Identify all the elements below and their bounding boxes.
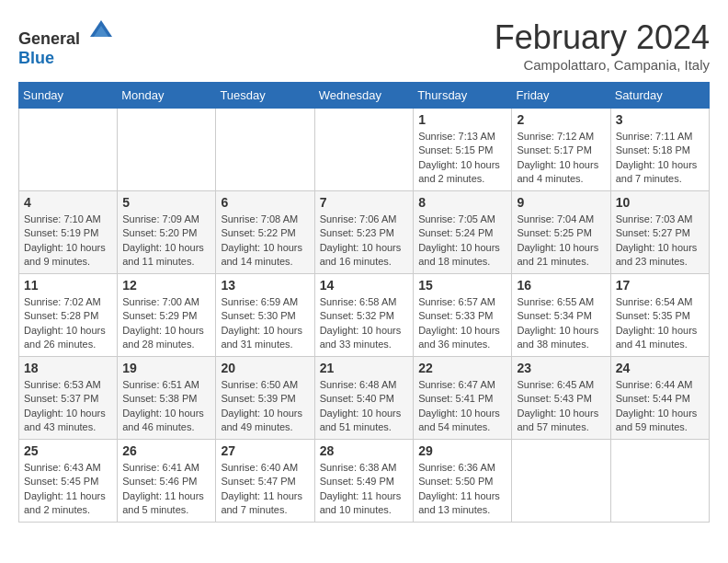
calendar-table: Sunday Monday Tuesday Wednesday Thursday… (18, 82, 710, 523)
day-number: 18 (24, 361, 112, 375)
day-number: 11 (24, 278, 112, 293)
calendar-cell-3-4: 22Sunrise: 6:47 AMSunset: 5:41 PMDayligh… (414, 357, 512, 440)
day-number: 3 (616, 112, 704, 127)
calendar-cell-0-4: 1Sunrise: 7:13 AMSunset: 5:15 PMDaylight… (414, 109, 512, 191)
day-number: 14 (320, 278, 409, 293)
day-detail: Sunrise: 7:03 AMSunset: 5:27 PMDaylight:… (616, 213, 704, 270)
calendar-cell-4-4: 29Sunrise: 6:36 AMSunset: 5:50 PMDayligh… (414, 440, 512, 523)
day-detail: Sunrise: 7:12 AMSunset: 5:17 PMDaylight:… (517, 130, 605, 187)
day-number: 16 (517, 278, 605, 293)
logo: General Blue (18, 18, 114, 68)
calendar-cell-1-0: 4Sunrise: 7:10 AMSunset: 5:19 PMDaylight… (19, 191, 118, 274)
day-number: 25 (24, 443, 112, 458)
day-number: 27 (221, 443, 309, 458)
calendar-cell-2-4: 15Sunrise: 6:57 AMSunset: 5:33 PMDayligh… (414, 274, 512, 357)
day-detail: Sunrise: 6:38 AMSunset: 5:49 PMDaylight:… (320, 461, 409, 518)
title-block: February 2024 Campolattaro, Campania, It… (495, 18, 710, 73)
day-number: 2 (517, 112, 605, 127)
day-detail: Sunrise: 7:00 AMSunset: 5:29 PMDaylight:… (122, 295, 210, 352)
calendar-cell-4-2: 27Sunrise: 6:40 AMSunset: 5:47 PMDayligh… (216, 440, 314, 523)
calendar-cell-3-3: 21Sunrise: 6:48 AMSunset: 5:40 PMDayligh… (314, 357, 414, 440)
day-detail: Sunrise: 7:06 AMSunset: 5:23 PMDaylight:… (320, 213, 409, 270)
day-detail: Sunrise: 6:47 AMSunset: 5:41 PMDaylight:… (418, 378, 506, 435)
calendar-cell-2-3: 14Sunrise: 6:58 AMSunset: 5:32 PMDayligh… (314, 274, 414, 357)
day-number: 20 (221, 361, 309, 375)
day-number: 15 (418, 278, 506, 293)
calendar-subtitle: Campolattaro, Campania, Italy (495, 57, 710, 73)
calendar-cell-1-6: 10Sunrise: 7:03 AMSunset: 5:27 PMDayligh… (610, 191, 709, 274)
day-number: 24 (616, 361, 704, 375)
weekday-header-row: Sunday Monday Tuesday Wednesday Thursday… (19, 83, 710, 109)
day-detail: Sunrise: 6:36 AMSunset: 5:50 PMDaylight:… (418, 461, 506, 518)
calendar-cell-1-2: 6Sunrise: 7:08 AMSunset: 5:22 PMDaylight… (216, 191, 314, 274)
week-row-3: 11Sunrise: 7:02 AMSunset: 5:28 PMDayligh… (19, 274, 710, 357)
day-number: 21 (320, 361, 409, 375)
day-detail: Sunrise: 7:05 AMSunset: 5:24 PMDaylight:… (418, 213, 506, 270)
day-detail: Sunrise: 6:55 AMSunset: 5:34 PMDaylight:… (517, 295, 605, 352)
day-number: 1 (418, 112, 506, 127)
calendar-cell-2-6: 17Sunrise: 6:54 AMSunset: 5:35 PMDayligh… (610, 274, 709, 357)
day-detail: Sunrise: 7:08 AMSunset: 5:22 PMDaylight:… (221, 213, 309, 270)
calendar-cell-2-0: 11Sunrise: 7:02 AMSunset: 5:28 PMDayligh… (19, 274, 118, 357)
calendar-cell-1-4: 8Sunrise: 7:05 AMSunset: 5:24 PMDaylight… (414, 191, 512, 274)
day-number: 12 (122, 278, 210, 293)
page-header: General Blue February 2024 Campolattaro,… (18, 18, 710, 73)
day-number: 13 (221, 278, 309, 293)
day-detail: Sunrise: 7:13 AMSunset: 5:15 PMDaylight:… (418, 130, 506, 187)
calendar-cell-3-0: 18Sunrise: 6:53 AMSunset: 5:37 PMDayligh… (19, 357, 118, 440)
calendar-cell-4-1: 26Sunrise: 6:41 AMSunset: 5:46 PMDayligh… (118, 440, 216, 523)
calendar-cell-4-6 (610, 440, 709, 523)
day-detail: Sunrise: 6:53 AMSunset: 5:37 PMDaylight:… (24, 378, 112, 435)
calendar-cell-1-1: 5Sunrise: 7:09 AMSunset: 5:20 PMDaylight… (118, 191, 216, 274)
logo-general: General (18, 29, 80, 48)
week-row-1: 1Sunrise: 7:13 AMSunset: 5:15 PMDaylight… (19, 109, 710, 191)
day-number: 17 (616, 278, 704, 293)
day-number: 10 (616, 195, 704, 210)
day-number: 7 (320, 195, 409, 210)
day-detail: Sunrise: 6:44 AMSunset: 5:44 PMDaylight:… (616, 378, 704, 435)
day-number: 6 (221, 195, 309, 210)
calendar-cell-2-5: 16Sunrise: 6:55 AMSunset: 5:34 PMDayligh… (512, 274, 610, 357)
calendar-cell-3-2: 20Sunrise: 6:50 AMSunset: 5:39 PMDayligh… (216, 357, 314, 440)
day-number: 19 (122, 361, 210, 375)
logo-text: General Blue (18, 18, 114, 68)
calendar-cell-4-5 (512, 440, 610, 523)
day-number: 9 (517, 195, 605, 210)
day-number: 8 (418, 195, 506, 210)
calendar-cell-3-5: 23Sunrise: 6:45 AMSunset: 5:43 PMDayligh… (512, 357, 610, 440)
day-number: 23 (517, 361, 605, 375)
calendar-cell-4-0: 25Sunrise: 6:43 AMSunset: 5:45 PMDayligh… (19, 440, 118, 523)
calendar-cell-0-5: 2Sunrise: 7:12 AMSunset: 5:17 PMDaylight… (512, 109, 610, 191)
header-thursday: Thursday (414, 83, 512, 109)
header-wednesday: Wednesday (314, 83, 414, 109)
calendar-cell-0-1 (118, 109, 216, 191)
day-detail: Sunrise: 7:10 AMSunset: 5:19 PMDaylight:… (24, 213, 112, 270)
calendar-cell-0-2 (216, 109, 314, 191)
day-detail: Sunrise: 6:57 AMSunset: 5:33 PMDaylight:… (418, 295, 506, 352)
day-detail: Sunrise: 6:40 AMSunset: 5:47 PMDaylight:… (221, 461, 309, 518)
day-detail: Sunrise: 6:59 AMSunset: 5:30 PMDaylight:… (221, 295, 309, 352)
calendar-cell-3-6: 24Sunrise: 6:44 AMSunset: 5:44 PMDayligh… (610, 357, 709, 440)
calendar-cell-2-1: 12Sunrise: 7:00 AMSunset: 5:29 PMDayligh… (118, 274, 216, 357)
week-row-4: 18Sunrise: 6:53 AMSunset: 5:37 PMDayligh… (19, 357, 710, 440)
day-detail: Sunrise: 6:58 AMSunset: 5:32 PMDaylight:… (320, 295, 409, 352)
calendar-cell-1-3: 7Sunrise: 7:06 AMSunset: 5:23 PMDaylight… (314, 191, 414, 274)
day-detail: Sunrise: 6:43 AMSunset: 5:45 PMDaylight:… (24, 461, 112, 518)
calendar-cell-0-0 (19, 109, 118, 191)
calendar-cell-0-3 (314, 109, 414, 191)
day-detail: Sunrise: 6:48 AMSunset: 5:40 PMDaylight:… (320, 378, 409, 435)
day-detail: Sunrise: 7:02 AMSunset: 5:28 PMDaylight:… (24, 295, 112, 352)
calendar-title: February 2024 (495, 18, 710, 57)
calendar-cell-3-1: 19Sunrise: 6:51 AMSunset: 5:38 PMDayligh… (118, 357, 216, 440)
week-row-2: 4Sunrise: 7:10 AMSunset: 5:19 PMDaylight… (19, 191, 710, 274)
header-tuesday: Tuesday (216, 83, 314, 109)
week-row-5: 25Sunrise: 6:43 AMSunset: 5:45 PMDayligh… (19, 440, 710, 523)
day-detail: Sunrise: 6:41 AMSunset: 5:46 PMDaylight:… (122, 461, 210, 518)
day-number: 22 (418, 361, 506, 375)
day-number: 4 (24, 195, 112, 210)
day-detail: Sunrise: 6:45 AMSunset: 5:43 PMDaylight:… (517, 378, 605, 435)
logo-blue: Blue (18, 49, 54, 67)
calendar-cell-2-2: 13Sunrise: 6:59 AMSunset: 5:30 PMDayligh… (216, 274, 314, 357)
day-number: 28 (320, 443, 409, 458)
header-saturday: Saturday (610, 83, 709, 109)
